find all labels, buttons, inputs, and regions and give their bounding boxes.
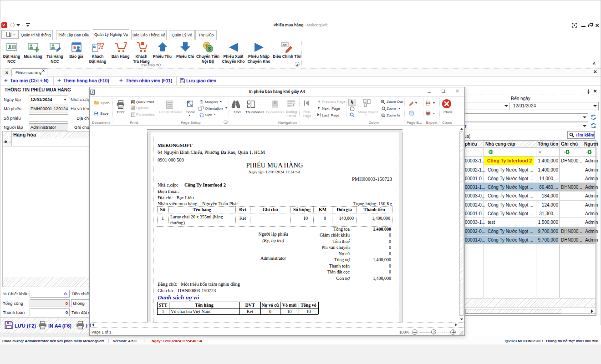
svg-text:c: c (569, 151, 570, 154)
svg-text:$: $ (208, 46, 210, 51)
svg-text:a: a (488, 151, 489, 154)
svg-text:ab: ab (282, 43, 286, 47)
svg-text:?: ? (132, 113, 134, 116)
svg-text:a: a (564, 151, 566, 154)
svg-text:c: c (493, 151, 494, 154)
svg-text:PDF: PDF (427, 102, 430, 104)
svg-text:c: c (591, 151, 592, 154)
svg-text:a: a (586, 151, 588, 154)
